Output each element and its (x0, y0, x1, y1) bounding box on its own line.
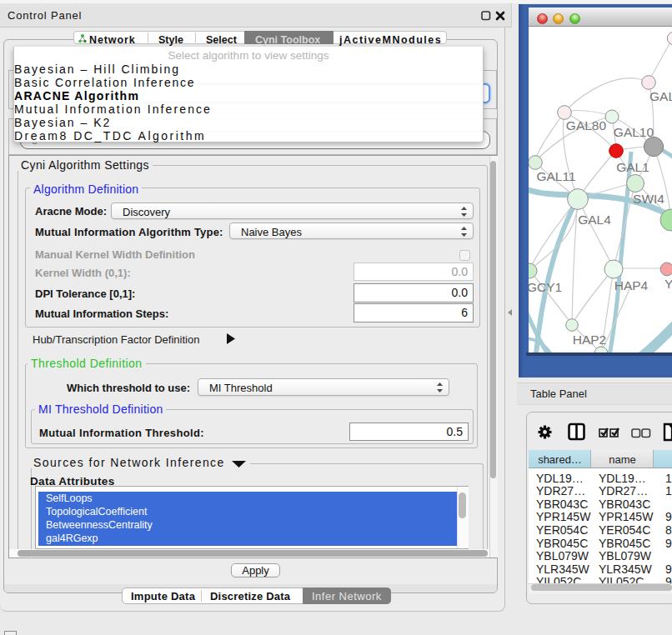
svg-text:GAL11: GAL11 (536, 169, 575, 183)
svg-text:YG: YG (664, 277, 672, 291)
svg-text:GAL7: GAL7 (649, 89, 672, 103)
svg-text:GAL10: GAL10 (614, 125, 654, 139)
svg-text:HAP2: HAP2 (573, 332, 607, 347)
svg-text:HAP4: HAP4 (614, 278, 649, 292)
svg-text:GAL1: GAL1 (616, 160, 649, 174)
svg-text:GCY1: GCY1 (529, 280, 562, 294)
svg-text:GAL80: GAL80 (566, 118, 607, 132)
svg-text:SWI4: SWI4 (633, 192, 664, 206)
svg-text:GAL4: GAL4 (578, 212, 611, 227)
